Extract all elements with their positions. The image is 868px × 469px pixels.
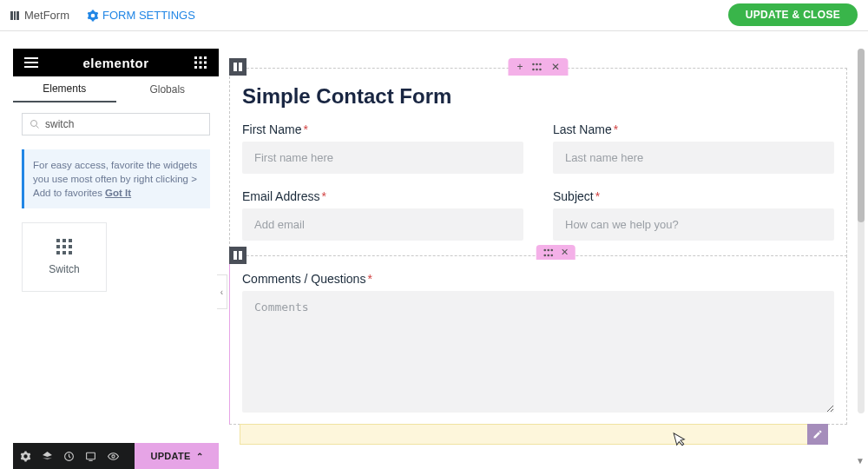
label-text: Subject	[553, 189, 594, 203]
subject-label: Subject*	[553, 189, 834, 203]
delete-column-icon[interactable]: ✕	[561, 247, 569, 258]
svg-point-21	[536, 69, 538, 71]
first-name-input[interactable]	[242, 142, 523, 174]
settings-icon[interactable]	[20, 451, 31, 462]
update-close-button[interactable]: UPDATE & CLOSE	[728, 3, 858, 26]
first-name-field: First Name*	[242, 122, 523, 174]
svg-rect-11	[204, 66, 207, 69]
vertical-scrollbar[interactable]	[858, 49, 865, 413]
update-label: UPDATE	[150, 451, 190, 461]
sidebar-update-button[interactable]: UPDATE ⌃	[135, 443, 219, 469]
drag-section-icon[interactable]	[532, 63, 542, 71]
history-icon[interactable]	[63, 451, 75, 462]
svg-rect-6	[194, 62, 197, 64]
svg-rect-8	[204, 62, 207, 64]
required-mark: *	[595, 189, 600, 203]
hamburger-icon[interactable]	[22, 53, 41, 72]
svg-rect-4	[200, 56, 202, 59]
tab-globals[interactable]: Globals	[116, 76, 220, 102]
form-section[interactable]: Simple Contact Form First Name* Last Nam…	[229, 68, 847, 266]
subject-field: Subject*	[553, 189, 834, 241]
required-mark: *	[367, 272, 372, 286]
svg-point-19	[539, 63, 542, 66]
widget-label: Switch	[49, 263, 79, 275]
edit-widget-button[interactable]	[807, 424, 828, 445]
scroll-down-icon[interactable]: ▼	[856, 456, 865, 466]
label-text: Email Address	[242, 189, 319, 203]
gear-icon	[87, 10, 99, 22]
editor-canvas: + ✕ Simple Contact Form First Name*	[219, 31, 868, 469]
svg-rect-0	[24, 57, 38, 59]
drag-column-icon[interactable]	[543, 248, 554, 257]
svg-rect-23	[233, 63, 237, 71]
svg-rect-24	[239, 63, 242, 71]
widget-search[interactable]	[22, 113, 210, 135]
label-text: Last Name	[553, 122, 612, 136]
widget-switch[interactable]: Switch	[22, 222, 107, 292]
delete-section-icon[interactable]: ✕	[551, 61, 560, 73]
sidebar-footer: UPDATE ⌃	[13, 443, 219, 469]
svg-rect-3	[194, 56, 197, 59]
svg-rect-2	[24, 66, 38, 68]
last-name-label: Last Name*	[553, 122, 834, 136]
label-text: First Name	[242, 122, 301, 136]
svg-rect-32	[239, 251, 242, 260]
svg-rect-15	[87, 452, 95, 459]
email-input[interactable]	[242, 208, 523, 241]
last-name-input[interactable]	[553, 142, 834, 174]
svg-point-29	[547, 254, 549, 256]
svg-rect-7	[200, 62, 202, 64]
widgets-grid: Switch	[13, 214, 219, 301]
svg-point-25	[543, 248, 546, 251]
required-mark: *	[303, 122, 307, 136]
required-mark: *	[614, 122, 618, 136]
sidebar-collapse-handle[interactable]: ‹	[217, 274, 227, 309]
footer-icons	[13, 451, 120, 462]
hint-gotit[interactable]: Got It	[105, 188, 131, 198]
required-mark: *	[321, 189, 326, 203]
email-field: Email Address*	[242, 189, 523, 241]
form-title: Simple Contact Form	[230, 84, 846, 122]
last-name-field: Last Name*	[553, 122, 834, 174]
responsive-icon[interactable]	[85, 451, 96, 462]
svg-line-13	[36, 126, 39, 129]
svg-point-26	[547, 248, 549, 251]
form-settings-label: FORM SETTINGS	[102, 9, 195, 22]
favorite-hint: For easy access, favorite the widgets yo…	[22, 149, 210, 208]
main-area: elementor Elements Globals For easy acce…	[0, 31, 868, 469]
email-label: Email Address*	[242, 189, 523, 203]
widget-icon	[56, 239, 72, 254]
search-input[interactable]	[45, 118, 202, 130]
svg-point-28	[543, 254, 546, 256]
svg-point-12	[31, 121, 37, 127]
search-icon	[30, 119, 40, 129]
svg-point-18	[536, 63, 538, 66]
metform-icon	[9, 10, 21, 22]
comments-textarea[interactable]	[242, 291, 834, 413]
svg-rect-5	[204, 56, 207, 59]
subject-input[interactable]	[553, 208, 834, 241]
svg-rect-1	[24, 62, 38, 63]
svg-point-17	[532, 63, 535, 66]
navigator-icon[interactable]	[42, 451, 53, 462]
form-settings-link[interactable]: FORM SETTINGS	[87, 9, 195, 22]
selected-widget-bar[interactable]	[240, 424, 828, 445]
column-handle-icon[interactable]	[229, 247, 247, 264]
elementor-header: elementor	[13, 49, 219, 76]
svg-rect-10	[200, 66, 202, 69]
widgets-grid-icon[interactable]	[191, 53, 210, 72]
column-toolbar: ✕	[536, 245, 575, 260]
tab-elements[interactable]: Elements	[13, 76, 116, 102]
comments-section[interactable]: Comments / Questions*	[229, 255, 847, 425]
svg-point-22	[539, 69, 542, 71]
add-section-icon[interactable]: +	[516, 61, 523, 73]
column-handle-icon[interactable]	[229, 58, 247, 76]
section-toolbar: + ✕	[508, 58, 568, 76]
chevron-up-icon: ⌃	[196, 452, 203, 461]
comments-label: Comments / Questions*	[242, 272, 834, 286]
preview-icon[interactable]	[107, 451, 120, 462]
metform-brand: MetForm	[9, 9, 69, 22]
scrollbar-thumb[interactable]	[858, 49, 865, 222]
app-header: MetForm FORM SETTINGS UPDATE & CLOSE	[0, 0, 868, 31]
svg-rect-9	[194, 66, 197, 69]
